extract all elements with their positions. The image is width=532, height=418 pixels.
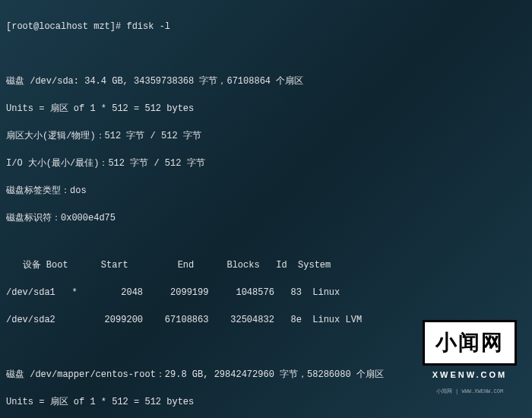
command-prompt: [root@localhost mzt]# fdisk -l: [6, 20, 526, 33]
watermark-sub: XWENW.COM: [423, 369, 517, 382]
disk-sda-header: 磁盘 /dev/sda: 34.4 GB, 34359738368 字节，671…: [6, 74, 526, 88]
partition-header: 设备 Boot Start End Blocks Id System: [6, 258, 526, 272]
disk-sda-units: Units = 扇区 of 1 * 512 = 512 bytes: [6, 102, 526, 116]
watermark-tiny: 小闻网 | WWW.XWENW.COM: [423, 388, 517, 396]
disk-sda-ident: 磁盘标识符：0x000e4d75: [6, 211, 526, 225]
partition-row: /dev/sda1 * 2048 2099199 1048576 83 Linu…: [6, 286, 526, 299]
disk-root-units: Units = 扇区 of 1 * 512 = 512 bytes: [6, 395, 526, 409]
disk-sda-sector: 扇区大小(逻辑/物理)：512 字节 / 512 字节: [6, 129, 526, 143]
disk-sda-label: 磁盘标签类型：dos: [6, 184, 526, 198]
watermark: 小闻网 XWENW.COM 小闻网 | WWW.XWENW.COM: [423, 320, 517, 395]
watermark-main: 小闻网: [423, 320, 517, 366]
disk-sda-io: I/O 大小(最小/最佳)：512 字节 / 512 字节: [6, 157, 526, 170]
